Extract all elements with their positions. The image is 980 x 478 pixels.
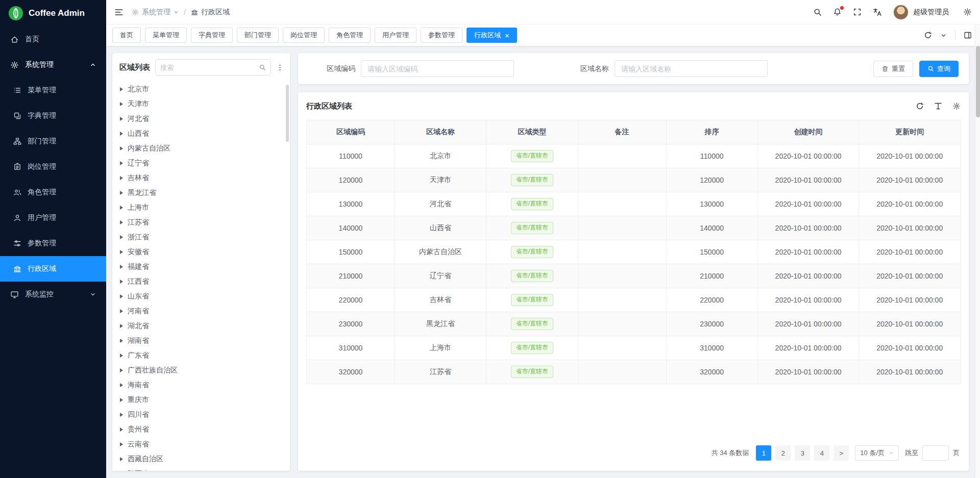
page-button[interactable]: 4 [814,445,829,461]
chevron-right-icon [120,413,123,417]
tree-item-label: 广东省 [128,351,149,360]
fullscreen-icon[interactable] [853,8,862,16]
breadcrumb-item-system[interactable]: 系统管理 [132,8,179,17]
list-icon [13,86,21,94]
sidebar-item-home[interactable]: 首页 [0,27,106,52]
query-button[interactable]: 查询 [919,61,959,77]
tree-item[interactable]: 湖北省 [112,318,290,333]
tree-item[interactable]: 河南省 [112,304,290,318]
translate-icon[interactable] [873,8,882,17]
sidebar-item-role-management[interactable]: 角色管理 [0,180,106,205]
reset-button[interactable]: 重置 [873,61,913,77]
chevron-right-icon [120,250,123,254]
chevron-right-icon [120,176,123,180]
user-menu[interactable]: 超级管理员 [893,5,949,20]
search-icon[interactable] [259,64,266,71]
tree-item[interactable]: 安徽省 [112,244,290,259]
logo[interactable]: Coffee Admin [0,0,106,27]
sidebar-item-post-management[interactable]: 岗位管理 [0,154,106,180]
cell-remark [578,144,666,168]
sidebar-item-parameter-management[interactable]: 参数管理 [0,231,106,256]
tab-item[interactable]: 用户管理 [375,28,416,43]
gear-icon[interactable] [952,102,961,110]
tree-item[interactable]: 四川省 [112,407,290,422]
next-page-button[interactable]: > [834,445,849,461]
chevron-down-icon[interactable] [940,32,947,39]
breadcrumb: 系统管理 / 行政区域 [132,8,230,17]
region-name-input[interactable] [615,60,768,77]
main-panel: 区域编码 区域名称 重置 查询 [298,53,969,471]
tree-item[interactable]: 云南省 [112,437,290,451]
page-button[interactable]: 3 [795,445,810,461]
tree-item-label: 河南省 [128,307,149,316]
sidebar-item-menu-management[interactable]: 菜单管理 [0,78,106,103]
tree-scrollbar-thumb[interactable] [286,85,289,142]
tab-item[interactable]: 岗位管理 [283,28,325,43]
tree-item[interactable]: 上海市 [112,200,290,215]
window-scrollbar-thumb[interactable] [976,46,980,117]
chevron-right-icon [120,191,123,195]
tree-item[interactable]: 内蒙古自治区 [112,141,290,156]
tab-item[interactable]: 参数管理 [421,28,462,43]
tab-item[interactable]: 角色管理 [329,28,371,43]
cell-region-code: 310000 [307,336,395,360]
page-size-select[interactable]: 10 条/页 [855,445,899,461]
tab-label: 用户管理 [382,31,409,40]
cell-sort: 220000 [666,288,757,312]
tree-item[interactable]: 湖南省 [112,333,290,348]
sidebar-item-department-management[interactable]: 部门管理 [0,129,106,154]
tab-item[interactable]: 字典管理 [191,28,233,43]
tree-item[interactable]: 山东省 [112,289,290,304]
tree-item[interactable]: 陕西省 [112,466,290,471]
page-button[interactable]: 1 [756,445,771,461]
refresh-icon[interactable] [916,102,924,110]
tree-item[interactable]: 西藏自治区 [112,451,290,466]
page-jump-input[interactable] [922,445,949,461]
sidebar-item-user-management[interactable]: 用户管理 [0,205,106,231]
tree-item[interactable]: 广西壮族自治区 [112,363,290,378]
sidebar-item-system-management[interactable]: 系统管理 [0,52,106,78]
tree-item[interactable]: 河北省 [112,111,290,126]
chevron-right-icon [120,339,123,343]
layout-icon[interactable] [964,31,972,39]
page-button[interactable]: 2 [775,445,791,461]
hamburger-icon[interactable] [114,8,124,17]
tree-item[interactable]: 辽宁省 [112,156,290,170]
region-type-badge: 省市/直辖市 [511,222,553,234]
settings-gear-icon[interactable] [963,8,972,16]
column-settings-icon[interactable] [934,102,942,110]
table-row: 150000内蒙古自治区省市/直辖市1500002020-10-01 00:00… [307,240,961,264]
tree-item[interactable]: 广东省 [112,348,290,363]
tree-item[interactable]: 重庆市 [112,392,290,407]
region-type-badge: 省市/直辖市 [511,294,553,306]
tab-item[interactable]: 行政区域× [467,28,517,43]
tab-close-icon[interactable]: × [505,32,509,39]
tree-item[interactable]: 江西省 [112,274,290,289]
tree-search-box [155,59,271,76]
cell-region-type: 省市/直辖市 [486,240,578,264]
refresh-icon[interactable] [924,31,932,39]
tab-item[interactable]: 部门管理 [237,28,279,43]
tree-item[interactable]: 吉林省 [112,170,290,185]
tree-search-input[interactable] [160,64,259,71]
tree-item[interactable]: 海南省 [112,378,290,392]
sidebar-item-label: 用户管理 [28,213,56,222]
tree-item[interactable]: 黑龙江省 [112,185,290,200]
region-code-input[interactable] [361,60,514,77]
tree-item[interactable]: 贵州省 [112,422,290,437]
sidebar-item-region-management[interactable]: 行政区域 [0,256,106,282]
tree-item[interactable]: 北京市 [112,82,290,96]
search-icon[interactable] [813,8,822,16]
tree-item[interactable]: 浙江省 [112,230,290,244]
tab-item[interactable]: 菜单管理 [145,28,187,43]
tree-item[interactable]: 天津市 [112,96,290,111]
tree-item[interactable]: 江苏省 [112,215,290,230]
sidebar-item-dictionary-management[interactable]: 字典管理 [0,103,106,129]
sidebar-item-system-monitor[interactable]: 系统监控 [0,282,106,307]
dots-vertical-icon[interactable] [276,64,284,71]
tree-item[interactable]: 山西省 [112,126,290,141]
tree-item[interactable]: 福建省 [112,259,290,274]
tab-item[interactable]: 首页 [112,28,141,43]
bell-icon[interactable] [833,8,842,16]
column-header: 区域编码 [307,120,395,144]
